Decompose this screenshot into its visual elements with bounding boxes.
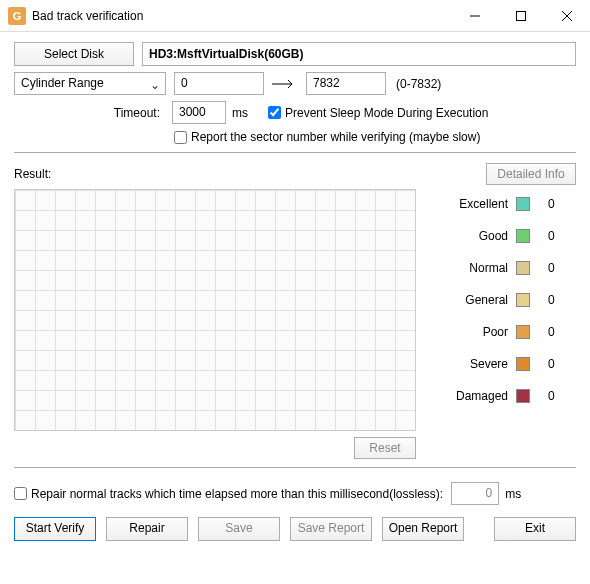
select-disk-button[interactable]: Select Disk <box>14 42 134 66</box>
start-verify-button[interactable]: Start Verify <box>14 517 96 541</box>
divider <box>14 467 576 468</box>
legend-item: Normal0 <box>442 261 570 275</box>
prevent-sleep-checkbox[interactable]: Prevent Sleep Mode During Execution <box>268 106 488 120</box>
legend-label: Good <box>479 229 508 243</box>
legend-label: Excellent <box>459 197 508 211</box>
minimize-button[interactable] <box>452 0 498 32</box>
reset-button[interactable]: Reset <box>354 437 416 459</box>
save-button[interactable]: Save <box>198 517 280 541</box>
legend-count: 0 <box>548 293 570 307</box>
repair-ms-checkbox[interactable]: Repair normal tracks which time elapsed … <box>14 487 443 501</box>
legend-swatch <box>516 261 530 275</box>
legend-item: Damaged0 <box>442 389 570 403</box>
legend-count: 0 <box>548 325 570 339</box>
range-hint: (0-7832) <box>396 77 441 91</box>
legend-item: General0 <box>442 293 570 307</box>
timeout-unit: ms <box>232 106 248 120</box>
legend-count: 0 <box>548 197 570 211</box>
legend-swatch <box>516 229 530 243</box>
repair-ms-label: Repair normal tracks which time elapsed … <box>31 487 443 501</box>
divider <box>14 152 576 153</box>
legend: Excellent0Good0Normal0General0Poor0Sever… <box>416 189 576 431</box>
result-label: Result: <box>14 167 486 181</box>
legend-count: 0 <box>548 357 570 371</box>
range-mode-dropdown[interactable]: Cylinder Range <box>14 72 166 95</box>
legend-label: Damaged <box>456 389 508 403</box>
exit-button[interactable]: Exit <box>494 517 576 541</box>
legend-item: Good0 <box>442 229 570 243</box>
legend-swatch <box>516 389 530 403</box>
app-icon: G <box>8 7 26 25</box>
repair-ms-input[interactable]: 0 <box>451 482 499 505</box>
legend-label: Normal <box>469 261 508 275</box>
timeout-input[interactable]: 3000 <box>172 101 226 124</box>
open-report-button[interactable]: Open Report <box>382 517 464 541</box>
result-grid <box>14 189 416 431</box>
window-controls <box>452 0 590 32</box>
timeout-label: Timeout: <box>14 106 166 120</box>
legend-swatch <box>516 197 530 211</box>
report-sector-label: Report the sector number while verifying… <box>191 130 480 144</box>
disk-name-field: HD3:MsftVirtualDisk(60GB) <box>142 42 576 66</box>
legend-count: 0 <box>548 389 570 403</box>
legend-label: Poor <box>483 325 508 339</box>
prevent-sleep-label: Prevent Sleep Mode During Execution <box>285 106 488 120</box>
range-arrow-icon <box>272 79 298 89</box>
repair-ms-unit: ms <box>505 487 521 501</box>
window-title: Bad track verification <box>32 9 452 23</box>
svg-rect-1 <box>517 11 526 20</box>
repair-button[interactable]: Repair <box>106 517 188 541</box>
legend-count: 0 <box>548 229 570 243</box>
legend-item: Excellent0 <box>442 197 570 211</box>
legend-swatch <box>516 293 530 307</box>
legend-swatch <box>516 325 530 339</box>
save-report-button[interactable]: Save Report <box>290 517 372 541</box>
range-from-input[interactable]: 0 <box>174 72 264 95</box>
legend-item: Poor0 <box>442 325 570 339</box>
range-to-input[interactable]: 7832 <box>306 72 386 95</box>
legend-count: 0 <box>548 261 570 275</box>
detailed-info-button[interactable]: Detailed Info <box>486 163 576 185</box>
titlebar: G Bad track verification <box>0 0 590 32</box>
maximize-button[interactable] <box>498 0 544 32</box>
close-button[interactable] <box>544 0 590 32</box>
legend-label: General <box>465 293 508 307</box>
legend-item: Severe0 <box>442 357 570 371</box>
report-sector-checkbox[interactable]: Report the sector number while verifying… <box>174 130 480 144</box>
legend-swatch <box>516 357 530 371</box>
legend-label: Severe <box>470 357 508 371</box>
